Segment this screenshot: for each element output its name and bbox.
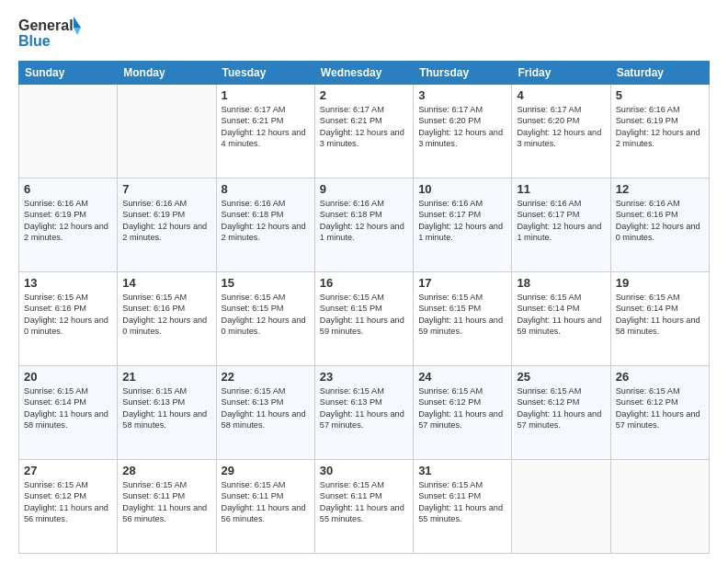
calendar-week-row: 20Sunrise: 6:15 AM Sunset: 6:14 PM Dayli… <box>19 366 710 460</box>
day-number: 14 <box>122 276 210 290</box>
calendar-day-header: Sunday <box>19 62 118 85</box>
calendar-cell: 4Sunrise: 6:17 AM Sunset: 6:20 PM Daylig… <box>512 85 610 178</box>
cell-info: Sunrise: 6:16 AM Sunset: 6:19 PM Dayligh… <box>122 198 210 244</box>
day-number: 21 <box>122 370 210 384</box>
cell-info: Sunrise: 6:15 AM Sunset: 6:13 PM Dayligh… <box>222 385 310 431</box>
cell-info: Sunrise: 6:15 AM Sunset: 6:14 PM Dayligh… <box>24 385 112 431</box>
cell-info: Sunrise: 6:15 AM Sunset: 6:12 PM Dayligh… <box>616 385 704 431</box>
day-number: 30 <box>320 464 408 477</box>
calendar-cell: 2Sunrise: 6:17 AM Sunset: 6:21 PM Daylig… <box>314 85 413 178</box>
day-number: 11 <box>517 182 605 196</box>
cell-info: Sunrise: 6:16 AM Sunset: 6:17 PM Dayligh… <box>517 198 605 244</box>
calendar-cell: 20Sunrise: 6:15 AM Sunset: 6:14 PM Dayli… <box>19 366 118 460</box>
cell-info: Sunrise: 6:16 AM Sunset: 6:18 PM Dayligh… <box>222 198 310 244</box>
day-number: 19 <box>616 276 704 290</box>
calendar-cell: 11Sunrise: 6:16 AM Sunset: 6:17 PM Dayli… <box>512 178 610 272</box>
cell-info: Sunrise: 6:17 AM Sunset: 6:21 PM Dayligh… <box>222 104 310 150</box>
day-number: 1 <box>222 88 310 102</box>
calendar-cell: 14Sunrise: 6:15 AM Sunset: 6:16 PM Dayli… <box>118 272 216 366</box>
day-number: 22 <box>222 370 310 384</box>
calendar-cell: 13Sunrise: 6:15 AM Sunset: 6:16 PM Dayli… <box>19 272 118 366</box>
calendar-cell: 25Sunrise: 6:15 AM Sunset: 6:12 PM Dayli… <box>512 366 610 460</box>
calendar-cell: 3Sunrise: 6:17 AM Sunset: 6:20 PM Daylig… <box>414 85 512 178</box>
cell-info: Sunrise: 6:15 AM Sunset: 6:16 PM Dayligh… <box>122 292 210 338</box>
calendar-cell: 29Sunrise: 6:15 AM Sunset: 6:11 PM Dayli… <box>216 460 314 554</box>
calendar-day-header: Saturday <box>610 62 709 85</box>
calendar-cell <box>19 85 118 178</box>
calendar-cell: 16Sunrise: 6:15 AM Sunset: 6:15 PM Dayli… <box>314 272 413 366</box>
calendar-cell <box>610 460 709 554</box>
cell-info: Sunrise: 6:15 AM Sunset: 6:11 PM Dayligh… <box>418 479 506 525</box>
calendar-page: GeneralBlue SundayMondayTuesdayWednesday… <box>0 0 728 563</box>
cell-info: Sunrise: 6:15 AM Sunset: 6:14 PM Dayligh… <box>517 292 605 338</box>
cell-info: Sunrise: 6:15 AM Sunset: 6:13 PM Dayligh… <box>320 385 408 431</box>
calendar-week-row: 13Sunrise: 6:15 AM Sunset: 6:16 PM Dayli… <box>19 272 710 366</box>
cell-info: Sunrise: 6:15 AM Sunset: 6:12 PM Dayligh… <box>418 385 506 431</box>
cell-info: Sunrise: 6:17 AM Sunset: 6:20 PM Dayligh… <box>418 104 506 150</box>
calendar-cell: 22Sunrise: 6:15 AM Sunset: 6:13 PM Dayli… <box>216 366 314 460</box>
logo-svg: GeneralBlue <box>18 15 92 52</box>
header: GeneralBlue <box>18 15 710 52</box>
day-number: 23 <box>320 370 408 384</box>
day-number: 31 <box>418 464 506 477</box>
calendar-cell: 26Sunrise: 6:15 AM Sunset: 6:12 PM Dayli… <box>610 366 709 460</box>
calendar-cell: 5Sunrise: 6:16 AM Sunset: 6:19 PM Daylig… <box>610 85 709 178</box>
calendar-day-header: Wednesday <box>314 62 413 85</box>
calendar-cell: 27Sunrise: 6:15 AM Sunset: 6:12 PM Dayli… <box>19 460 118 554</box>
cell-info: Sunrise: 6:15 AM Sunset: 6:14 PM Dayligh… <box>616 292 704 338</box>
day-number: 24 <box>418 370 506 384</box>
calendar-cell <box>512 460 610 554</box>
cell-info: Sunrise: 6:16 AM Sunset: 6:18 PM Dayligh… <box>320 198 408 244</box>
calendar-cell: 1Sunrise: 6:17 AM Sunset: 6:21 PM Daylig… <box>216 85 314 178</box>
cell-info: Sunrise: 6:16 AM Sunset: 6:19 PM Dayligh… <box>616 104 704 150</box>
svg-text:General: General <box>18 17 74 33</box>
day-number: 2 <box>320 88 408 102</box>
calendar-day-header: Friday <box>512 62 610 85</box>
cell-info: Sunrise: 6:15 AM Sunset: 6:11 PM Dayligh… <box>320 479 408 525</box>
calendar-day-header: Monday <box>118 62 216 85</box>
calendar-cell: 10Sunrise: 6:16 AM Sunset: 6:17 PM Dayli… <box>414 178 512 272</box>
logo: GeneralBlue <box>18 15 92 52</box>
day-number: 26 <box>616 370 704 384</box>
calendar-header-row: SundayMondayTuesdayWednesdayThursdayFrid… <box>19 62 710 85</box>
calendar-day-header: Tuesday <box>216 62 314 85</box>
day-number: 25 <box>517 370 605 384</box>
cell-info: Sunrise: 6:17 AM Sunset: 6:21 PM Dayligh… <box>320 104 408 150</box>
calendar-cell: 6Sunrise: 6:16 AM Sunset: 6:19 PM Daylig… <box>19 178 118 272</box>
calendar-table: SundayMondayTuesdayWednesdayThursdayFrid… <box>18 61 710 554</box>
cell-info: Sunrise: 6:17 AM Sunset: 6:20 PM Dayligh… <box>517 104 605 150</box>
svg-marker-2 <box>74 17 81 28</box>
cell-info: Sunrise: 6:15 AM Sunset: 6:12 PM Dayligh… <box>517 385 605 431</box>
svg-text:Blue: Blue <box>18 33 51 49</box>
day-number: 13 <box>24 276 112 290</box>
day-number: 20 <box>24 370 112 384</box>
calendar-cell: 21Sunrise: 6:15 AM Sunset: 6:13 PM Dayli… <box>118 366 216 460</box>
day-number: 17 <box>418 276 506 290</box>
cell-info: Sunrise: 6:15 AM Sunset: 6:12 PM Dayligh… <box>24 479 112 525</box>
calendar-cell: 15Sunrise: 6:15 AM Sunset: 6:15 PM Dayli… <box>216 272 314 366</box>
calendar-cell: 24Sunrise: 6:15 AM Sunset: 6:12 PM Dayli… <box>414 366 512 460</box>
calendar-cell: 8Sunrise: 6:16 AM Sunset: 6:18 PM Daylig… <box>216 178 314 272</box>
cell-info: Sunrise: 6:15 AM Sunset: 6:16 PM Dayligh… <box>24 292 112 338</box>
cell-info: Sunrise: 6:16 AM Sunset: 6:19 PM Dayligh… <box>24 198 112 244</box>
calendar-cell: 9Sunrise: 6:16 AM Sunset: 6:18 PM Daylig… <box>314 178 413 272</box>
calendar-week-row: 6Sunrise: 6:16 AM Sunset: 6:19 PM Daylig… <box>19 178 710 272</box>
cell-info: Sunrise: 6:15 AM Sunset: 6:13 PM Dayligh… <box>122 385 210 431</box>
calendar-day-header: Thursday <box>414 62 512 85</box>
cell-info: Sunrise: 6:16 AM Sunset: 6:16 PM Dayligh… <box>616 198 704 244</box>
calendar-week-row: 1Sunrise: 6:17 AM Sunset: 6:21 PM Daylig… <box>19 85 710 178</box>
calendar-cell: 28Sunrise: 6:15 AM Sunset: 6:11 PM Dayli… <box>118 460 216 554</box>
calendar-cell: 17Sunrise: 6:15 AM Sunset: 6:15 PM Dayli… <box>414 272 512 366</box>
cell-info: Sunrise: 6:16 AM Sunset: 6:17 PM Dayligh… <box>418 198 506 244</box>
day-number: 4 <box>517 88 605 102</box>
calendar-cell: 7Sunrise: 6:16 AM Sunset: 6:19 PM Daylig… <box>118 178 216 272</box>
day-number: 12 <box>616 182 704 196</box>
day-number: 16 <box>320 276 408 290</box>
day-number: 18 <box>517 276 605 290</box>
day-number: 29 <box>222 464 310 477</box>
day-number: 7 <box>122 182 210 196</box>
calendar-cell: 18Sunrise: 6:15 AM Sunset: 6:14 PM Dayli… <box>512 272 610 366</box>
day-number: 5 <box>616 88 704 102</box>
cell-info: Sunrise: 6:15 AM Sunset: 6:15 PM Dayligh… <box>320 292 408 338</box>
calendar-cell: 30Sunrise: 6:15 AM Sunset: 6:11 PM Dayli… <box>314 460 413 554</box>
